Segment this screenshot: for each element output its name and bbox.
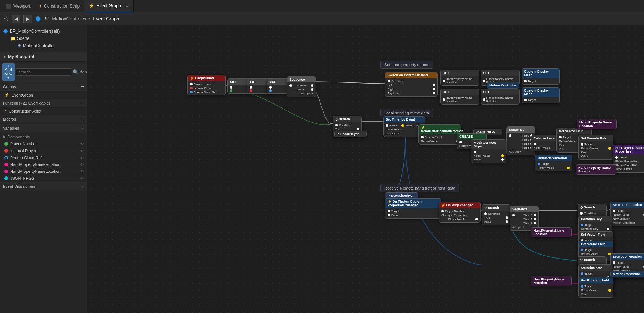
- function-icon: ƒ: [4, 109, 7, 113]
- node-motion-ctrl1[interactable]: Motion Controller: [487, 82, 519, 89]
- pin: Return Value: [538, 166, 570, 170]
- node-custom-mesh2[interactable]: Custom Display Mesh Target: [522, 87, 560, 103]
- node-get-motion-rotation[interactable]: GetMotionRotation Target Return Value: [535, 155, 572, 171]
- tab-viewport[interactable]: ⬛ Viewport: [1, 0, 35, 12]
- forward-button[interactable]: ▶: [23, 15, 32, 23]
- pin: Then 0: [512, 213, 536, 217]
- node-hpnr-bottom[interactable]: HandPropertyName Rotation: [531, 276, 572, 286]
- macros-label: Macros: [3, 117, 16, 121]
- pin: Condition: [580, 211, 604, 215]
- add-dispatcher-button[interactable]: +: [81, 183, 84, 189]
- components-subsection[interactable]: ▶ Components: [0, 133, 87, 141]
- node-header: ◇ Branch: [578, 204, 606, 210]
- add-macro-button[interactable]: +: [81, 116, 84, 122]
- var-visibility-icon[interactable]: 👁: [80, 170, 84, 174]
- node-header: Motion Controller: [611, 271, 644, 277]
- tab-eventgraph[interactable]: ⚡ Event Graph ✕: [84, 0, 133, 12]
- variables-section-header[interactable]: Variables +: [0, 124, 87, 133]
- node-body: Target Return Value: [535, 161, 572, 171]
- add-dropdown-icon: ▾: [7, 76, 9, 80]
- variable-photon-cloud-ref[interactable]: Photon Cloud Ref 👁: [0, 154, 87, 161]
- node-hpnl2[interactable]: SET HandProperty Name Location: [440, 89, 479, 105]
- node-hpnl-bottom[interactable]: HandPropertyName Location: [531, 227, 572, 237]
- eventgraph-icon: ⚡: [89, 3, 94, 8]
- tab-construction[interactable]: ƒ Construction Scrip: [35, 0, 84, 12]
- pin: Any Hand: [388, 91, 435, 95]
- event-dispatchers-section-header[interactable]: Event Dispatchers +: [0, 182, 87, 191]
- tab-close-icon[interactable]: ✕: [125, 3, 129, 8]
- node-branch2[interactable]: ◇ Branch Condition True False: [482, 204, 511, 225]
- node-hpnl-label[interactable]: Hand Property Name Location: [577, 119, 617, 129]
- node-is-local-player[interactable]: Is LocalPlayer: [334, 131, 367, 137]
- node-set-player-custom[interactable]: Set Player Custom Properties Target Play…: [613, 145, 644, 173]
- node-body: HandProperty Name Location: [441, 76, 479, 85]
- add-function-button[interactable]: +: [81, 100, 84, 106]
- pin: Return Value: [581, 252, 611, 256]
- node-get-rot1[interactable]: Get Rotation Field Target Return Value K…: [578, 277, 613, 298]
- tree-scene[interactable]: 📁 Scene: [0, 35, 87, 42]
- add-graph-button[interactable]: +: [81, 84, 84, 90]
- var-label: Photon Cloud Ref: [10, 155, 78, 160]
- pin: Motion Controller: [613, 221, 644, 225]
- variable-is-local-player[interactable]: Is Local Player 👁: [0, 147, 87, 154]
- tree-root[interactable]: 🔷 BP_MotionController(self): [0, 28, 87, 35]
- construction-script-item[interactable]: ƒ ConstructionScript: [0, 108, 87, 115]
- node-hpnl1[interactable]: SET HandProperty Name Location: [440, 70, 479, 86]
- pin: Player Properties: [615, 159, 644, 163]
- node-simplehand[interactable]: ⚡ SimpleHand Player Number Is Local Play…: [187, 75, 226, 95]
- breadcrumb-graph[interactable]: Event Graph: [93, 16, 119, 21]
- var-color-dot: [4, 156, 8, 159]
- back-button[interactable]: ◀: [12, 15, 20, 23]
- variable-hand-location[interactable]: HandPropertyNameLocation 👁: [0, 168, 87, 175]
- var-visibility-icon[interactable]: 👁: [80, 156, 84, 160]
- node-set-remote1[interactable]: Set Remote Field Target Return Value Key…: [578, 135, 613, 160]
- var-visibility-icon[interactable]: 👁: [80, 163, 84, 167]
- variable-hand-rotation[interactable]: HandPropertyNameRotation 👁: [0, 161, 87, 168]
- node-sequence3[interactable]: Sequence Then 0 Then 1 Then 2 Add pin +: [510, 206, 539, 231]
- node-header: CREATE: [457, 134, 486, 139]
- pin: Target: [524, 79, 557, 83]
- node-body: Target: [522, 78, 559, 84]
- search-submit-icon[interactable]: 🔍: [73, 69, 78, 75]
- pin: Right: [388, 87, 435, 91]
- pin: Player Number: [441, 209, 478, 213]
- favorite-star-icon[interactable]: ☆: [4, 15, 9, 22]
- graph-canvas[interactable]: Set hand property names Local sending of…: [87, 25, 644, 313]
- functions-section-header[interactable]: Functions (21 Overridable) +: [0, 99, 87, 108]
- breadcrumb-blueprint[interactable]: BP_MotionController: [43, 16, 87, 21]
- node-send-hand[interactable]: ⚡ SendHandPositionRotation CustomEvent R…: [418, 124, 461, 145]
- node-header: ◇ Branch: [578, 257, 606, 263]
- collapse-triangle-icon[interactable]: ▼: [3, 55, 7, 59]
- eventgraph-item[interactable]: ⚡ EventGraph: [0, 92, 87, 99]
- node-on-photon[interactable]: ⚡ On Photon Custom Properties Changed Ta…: [385, 198, 441, 219]
- node-body: Condition True False: [482, 211, 510, 225]
- var-visibility-icon[interactable]: 👁: [80, 149, 84, 153]
- search-input[interactable]: [16, 68, 71, 76]
- node-header: SET: [441, 70, 479, 76]
- node-body: HandProperty Name Rotation: [481, 95, 519, 104]
- node-switch-controller[interactable]: Switch on ControllerHand Selection Left …: [385, 72, 438, 97]
- tree-motioncontroller[interactable]: ⚙ MotionController: [0, 42, 87, 49]
- add-variable-button[interactable]: +: [81, 125, 84, 131]
- pin: EventReturn Value: [386, 123, 422, 127]
- variable-player-number[interactable]: Player Number 👁: [0, 141, 87, 147]
- node-sequence[interactable]: Sequence Then 0 Then 1 Add pin +: [287, 76, 316, 97]
- macros-section-header[interactable]: Macros +: [0, 115, 87, 124]
- node-custom-mesh1[interactable]: Custom Display Mesh Target: [522, 68, 560, 85]
- variable-json-prgs[interactable]: JSON_PRGS 👁: [0, 175, 87, 182]
- pin: Then 0: [509, 134, 533, 138]
- canvas-label-receive-remote: Receive Remote hand (left or right) data: [380, 184, 459, 192]
- search-options-icon[interactable]: 👁: [80, 70, 84, 74]
- node-hpnr-out[interactable]: Hand Property Name Rotation: [576, 164, 616, 175]
- node-set-motion-loc[interactable]: SetMotionLocation Target Return Value Ne…: [610, 202, 644, 226]
- node-on-props-changed[interactable]: ⚡ On Prop changed Player Number Changed …: [439, 202, 481, 223]
- var-visibility-icon[interactable]: 👁: [80, 176, 84, 180]
- graphs-section-header[interactable]: Graphs +: [0, 82, 87, 92]
- add-new-button[interactable]: + Add New ▾: [2, 63, 15, 81]
- var-visibility-icon[interactable]: 👁: [80, 142, 84, 146]
- var-label: HandPropertyNameRotation: [10, 162, 78, 167]
- node-mock-connect[interactable]: Mock Connect Object Return Value Set B: [471, 139, 506, 163]
- node-motion-ctrl2[interactable]: Motion Controller: [610, 271, 644, 277]
- node-hpnr2[interactable]: SET HandProperty Name Rotation: [481, 89, 520, 105]
- node-header: SET: [481, 70, 519, 76]
